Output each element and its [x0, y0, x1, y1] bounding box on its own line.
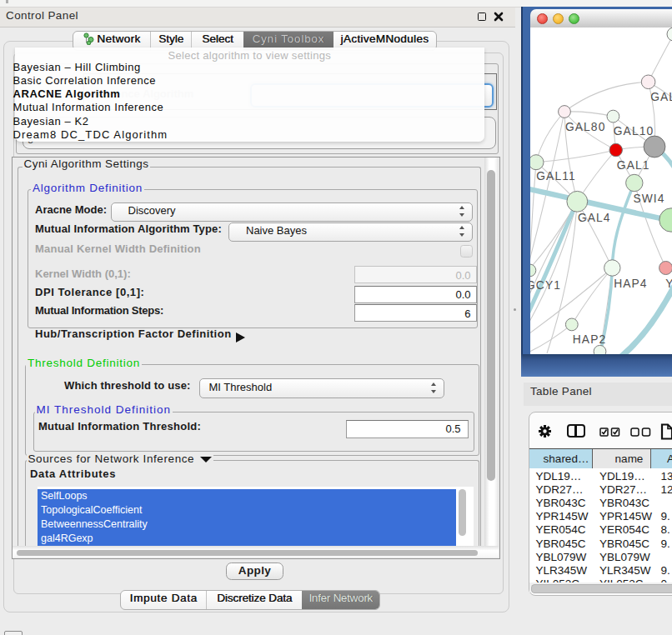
svg-text:Y: Y — [665, 278, 672, 290]
svg-text:SWI4: SWI4 — [633, 192, 664, 205]
svg-text:GAL4: GAL4 — [578, 212, 611, 224]
svg-text:GAL11: GAL11 — [536, 170, 575, 182]
svg-text:HAP2: HAP2 — [573, 333, 606, 346]
svg-text:GAL1: GAL1 — [617, 159, 650, 172]
svg-text:HAP4: HAP4 — [614, 278, 647, 290]
svg-text:GAL80: GAL80 — [565, 121, 605, 133]
svg-text:GAL10: GAL10 — [614, 125, 654, 138]
svg-text:GAL7: GAL7 — [650, 91, 672, 103]
svg-text:GCY1: GCY1 — [530, 279, 561, 292]
